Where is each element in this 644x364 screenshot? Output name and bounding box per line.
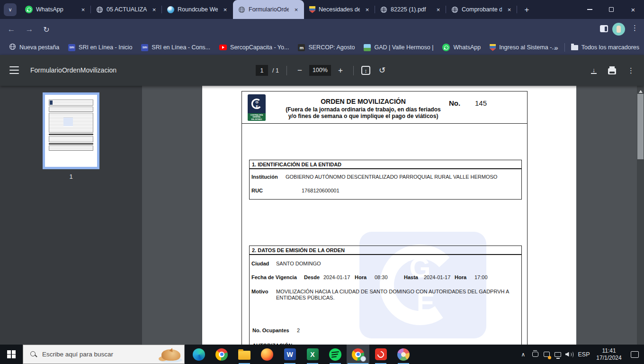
pdf-menu-icon[interactable]: ⋮ [627, 66, 635, 75]
pdf-toolbar: FormularioOrdenMovilizacion / 1 − 100% +… [0, 55, 644, 86]
network-icon[interactable] [552, 351, 564, 358]
search-fox-image [158, 346, 183, 363]
taskbar-word[interactable]: W [278, 345, 301, 364]
action-center-button[interactable] [625, 351, 644, 358]
acrobat-icon [375, 348, 387, 360]
tab-actualizacion[interactable]: 05 ACTUALIZAC × [91, 0, 162, 19]
new-tab-button[interactable]: + [521, 4, 533, 16]
tab-close-icon[interactable]: × [505, 6, 513, 14]
form-header: G E CONTRALORÍA GENERAL DEL ESTADO ORDEN… [242, 91, 527, 124]
taskbar-chrome-active[interactable] [347, 345, 369, 364]
tab-necesidades[interactable]: Necesidades de × [304, 0, 375, 19]
taskbar-search[interactable] [23, 345, 185, 364]
vigencia-label: Fecha de Vigencia [251, 274, 297, 280]
tab-search-button[interactable]: ∨ [4, 3, 17, 16]
document-title: ORDEN DE MOVILIZACIÓN [268, 98, 458, 105]
bookmark-gad[interactable]: GAD | Valle Hermoso | [364, 44, 433, 51]
pdf-actions: ↓ ⋮ [591, 55, 635, 86]
taskbar-firefox[interactable] [256, 345, 278, 364]
desktop: ∨ WhatsApp × 05 ACTUALIZAC × Roundcube W… [0, 0, 644, 364]
taskbar-spotify[interactable] [324, 345, 347, 364]
ruc-value: 1768120600001 [302, 188, 340, 193]
tab-roundcube[interactable]: Roundcube Web × [162, 0, 233, 19]
notification-icon [631, 351, 639, 358]
windows-logo-icon [7, 350, 16, 359]
taskbar-acrobat[interactable] [369, 345, 392, 364]
tab-82225-pdf[interactable]: 82225 (1).pdf × [375, 0, 446, 19]
ciudad-label: Ciudad [251, 261, 269, 266]
zoom-in-button[interactable]: + [335, 66, 346, 75]
page-thumbnail[interactable] [43, 92, 99, 169]
scrollbar-thumb[interactable] [637, 94, 644, 159]
language-indicator[interactable]: ESP [575, 351, 593, 358]
bookmark-nueva-pestana[interactable]: Nueva pestaña [9, 43, 59, 52]
taskbar-explorer[interactable] [233, 345, 256, 364]
tab-close-icon[interactable]: × [79, 6, 87, 14]
menu-icon[interactable] [9, 66, 19, 74]
bookmark-sercopcapacita[interactable]: SercopCapacita - Yo... [219, 44, 289, 51]
bookmark-label: Nueva pestaña [19, 44, 59, 51]
globe-icon [380, 6, 387, 13]
motivo-value: MOVILIZACIÓN HACIA LA CIUDAD DE SANTO DO… [276, 289, 515, 300]
cge-logo: G E CONTRALORÍA GENERAL DEL ESTADO [248, 94, 266, 121]
taskbar-paint[interactable] [392, 345, 415, 364]
tab-comprobante[interactable]: Comprobante d × [446, 0, 517, 19]
bookmark-whatsapp[interactable]: WhatsApp [442, 44, 481, 51]
forward-button[interactable]: → [24, 24, 35, 35]
taskbar-chrome[interactable] [210, 345, 233, 364]
sri-icon: SRI [141, 44, 148, 51]
minimize-button[interactable] [579, 0, 600, 19]
tab-close-icon[interactable]: × [292, 6, 300, 14]
volume-icon[interactable] [564, 351, 575, 358]
tab-close-icon[interactable]: × [150, 6, 158, 14]
all-bookmarks-label: Todos los marcadores [581, 44, 639, 51]
page-number-input[interactable] [256, 65, 268, 76]
search-input[interactable] [42, 351, 158, 358]
back-button[interactable]: ← [6, 24, 17, 35]
rotate-icon[interactable]: ↺ [379, 65, 385, 75]
section-datos-emision: 2. DATOS DE EMISIÓN DE LA ORDEN Ciudad S… [249, 246, 522, 345]
bookmark-ingreso-sistema[interactable]: Ingreso al Sistema -... [490, 44, 557, 51]
taskbar-clock[interactable]: 11:41 17/1/2024 [593, 347, 625, 362]
close-window-button[interactable]: × [622, 0, 644, 19]
start-button[interactable] [0, 345, 23, 364]
browser-menu-icon[interactable]: ⋮ [631, 24, 638, 32]
search-icon [30, 351, 37, 358]
cge-logo-caption: CONTRALORÍA GENERAL DEL ESTADO [248, 113, 266, 121]
tray-update-icon[interactable] [541, 351, 552, 358]
gad-icon [364, 44, 371, 51]
print-icon[interactable] [608, 68, 616, 74]
fit-page-icon[interactable]: ↕ [361, 66, 370, 75]
crest-icon [309, 6, 315, 13]
tab-close-icon[interactable]: × [434, 6, 442, 14]
tab-whatsapp[interactable]: WhatsApp × [20, 0, 91, 19]
download-icon[interactable]: ↓ [591, 67, 597, 74]
tab-formulario-active[interactable]: FormularioOrde × [233, 0, 304, 19]
zoom-level[interactable]: 100% [309, 65, 331, 76]
tab-close-icon[interactable]: × [363, 6, 371, 14]
bookmark-sercop[interactable]: m SERCOP: Agosto [298, 44, 355, 51]
bookmark-sri-inicio[interactable]: SRI SRI en Línea - Inicio [68, 44, 132, 51]
document-subtitle: y/o fines de semana o que implique el pa… [268, 113, 458, 120]
excel-icon: X [307, 348, 319, 360]
side-panel-icon[interactable] [600, 25, 608, 32]
bookmark-label: SRI en Línea - Inicio [79, 44, 132, 51]
maximize-button[interactable] [600, 0, 622, 19]
tabs: WhatsApp × 05 ACTUALIZAC × Roundcube Web… [20, 0, 517, 19]
scroll-up-arrow[interactable] [639, 88, 643, 93]
system-tray: ∧ ESP 11:41 17/1/2024 [517, 345, 644, 364]
bookmarks-overflow-icon[interactable]: » [554, 44, 558, 52]
all-bookmarks-button[interactable]: Todos los marcadores [571, 44, 639, 51]
taskbar-edge[interactable] [188, 345, 210, 364]
order-number-label: No. [449, 99, 460, 107]
taskbar-excel[interactable]: X [301, 345, 324, 364]
bookmark-sri-consultas[interactable]: SRI SRI en Línea - Cons... [141, 44, 210, 51]
reload-button[interactable]: ↻ [41, 24, 52, 35]
zoom-out-button[interactable]: − [295, 66, 305, 75]
tab-close-icon[interactable]: × [221, 6, 229, 14]
tray-app-icon[interactable] [529, 351, 541, 358]
tray-chevron-icon[interactable]: ∧ [517, 351, 529, 358]
profile-avatar[interactable] [612, 23, 625, 36]
tab-title: 05 ACTUALIZAC [107, 6, 147, 13]
browser-tab-strip: ∨ WhatsApp × 05 ACTUALIZAC × Roundcube W… [0, 0, 644, 19]
